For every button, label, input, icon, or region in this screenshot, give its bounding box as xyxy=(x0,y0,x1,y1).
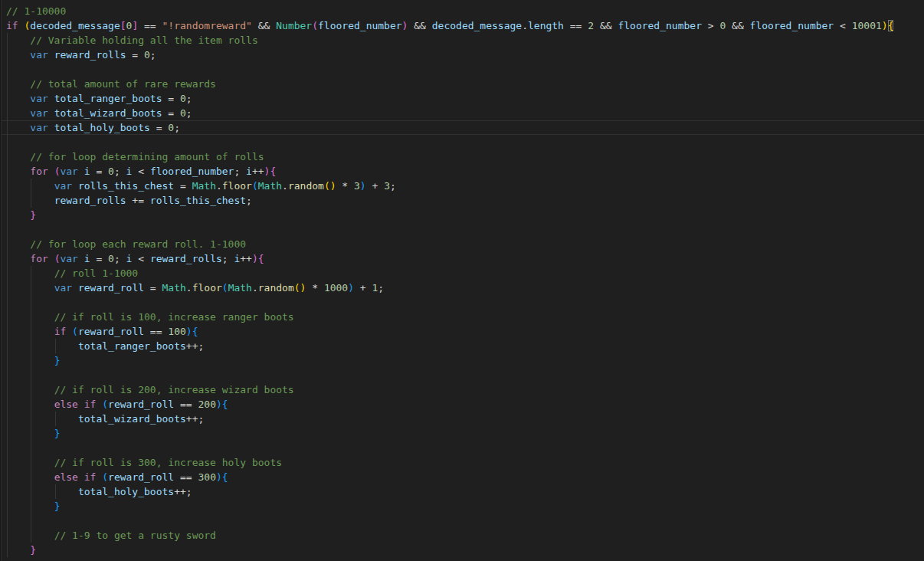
code-token xyxy=(48,122,54,133)
code-token: for xyxy=(30,253,48,264)
code-line-32: // if roll is 300, increase holy boots xyxy=(0,455,924,470)
indent-guide xyxy=(7,179,8,193)
code-token: rolls_this_chest xyxy=(150,195,246,206)
indent-guide xyxy=(7,368,8,382)
code-token: decoded_message xyxy=(30,20,120,31)
code-line-35: } xyxy=(0,499,924,513)
code-token: Math xyxy=(228,282,252,294)
code-line-34: total_holy_boots++; xyxy=(0,484,924,499)
code-token: ) xyxy=(360,180,366,192)
indent-guide xyxy=(7,149,8,164)
indent-guide xyxy=(31,193,31,208)
code-token: * xyxy=(336,180,354,192)
code-token: 0 xyxy=(108,253,114,264)
code-token: = xyxy=(174,180,192,192)
code-token xyxy=(78,166,84,177)
indent-guide xyxy=(7,499,8,513)
indent-guide xyxy=(31,353,31,368)
indent-guide xyxy=(31,455,31,470)
code-token: // if roll is 300, increase holy boots xyxy=(54,457,282,468)
code-token: } xyxy=(54,428,61,439)
code-token: = xyxy=(162,107,180,119)
code-token: var xyxy=(60,253,77,264)
code-token: // for loop determining amount of rolls xyxy=(30,151,264,162)
code-token: ; xyxy=(114,253,126,264)
code-token: > xyxy=(702,20,719,31)
code-line-21 xyxy=(0,295,924,310)
indent-guide xyxy=(7,426,8,441)
code-token: 3 xyxy=(354,180,360,192)
code-token: < xyxy=(834,20,851,31)
code-token xyxy=(6,209,30,221)
code-token: var xyxy=(30,93,48,104)
code-line-6: // total amount of rare rewards xyxy=(0,77,924,91)
code-token: var xyxy=(30,107,48,119)
code-token: ; xyxy=(174,122,180,133)
code-token: floored_number xyxy=(618,20,702,31)
code-token: if xyxy=(84,471,97,483)
code-token: // total amount of rare rewards xyxy=(30,78,216,90)
code-token: && xyxy=(726,20,749,31)
code-token: == xyxy=(174,471,198,483)
code-token: = xyxy=(162,93,180,104)
code-token: Math xyxy=(258,180,282,192)
code-token: } xyxy=(54,355,61,366)
code-token: floored_number xyxy=(750,20,834,31)
code-token: += xyxy=(126,195,150,206)
code-token: else xyxy=(54,471,78,483)
code-token: { xyxy=(222,471,228,483)
code-editor[interactable]: // 1-10000if (decoded_message[0] == "!ra… xyxy=(0,0,924,561)
indent-guide xyxy=(31,513,31,528)
code-token: } xyxy=(54,500,61,512)
indent-guide xyxy=(31,397,31,412)
code-token: = xyxy=(150,122,168,133)
code-token: "!randomreward" xyxy=(162,20,252,31)
code-token: var xyxy=(60,166,77,177)
code-token: total_wizard_boots xyxy=(78,413,186,425)
code-token: } xyxy=(30,209,36,221)
code-token xyxy=(48,49,54,61)
indent-guide xyxy=(7,208,8,222)
code-token: . xyxy=(186,282,192,294)
code-token: 0 xyxy=(144,49,150,61)
code-token xyxy=(48,93,54,104)
code-token: () xyxy=(294,282,306,294)
code-line-36 xyxy=(0,513,924,528)
code-line-37: // 1-9 to get a rusty sword xyxy=(0,528,924,543)
indent-guide xyxy=(7,397,8,412)
code-token: var xyxy=(30,49,48,61)
code-token: ++; xyxy=(186,340,204,352)
indent-guide xyxy=(31,499,31,513)
indent-guide xyxy=(31,484,31,499)
code-token: // 1-10000 xyxy=(6,5,66,17)
code-token xyxy=(6,238,30,250)
indent-guide xyxy=(55,412,56,426)
code-line-30: } xyxy=(0,426,924,441)
indent-guide xyxy=(31,310,31,324)
code-line-15: } xyxy=(0,208,924,222)
code-line-13: var rolls_this_chest = Math.floor(Math.r… xyxy=(0,179,924,193)
code-token: 0 xyxy=(108,166,114,177)
indent-guide xyxy=(7,339,8,353)
code-line-38: } xyxy=(0,543,924,557)
code-token: // for loop each reward roll. 1-1000 xyxy=(30,238,246,250)
code-token: i xyxy=(246,166,252,177)
code-token: ; xyxy=(186,93,192,104)
code-token xyxy=(6,151,30,162)
code-token xyxy=(48,107,54,119)
code-token: && xyxy=(408,20,431,31)
code-token: floor xyxy=(222,180,252,192)
code-token: ++; xyxy=(186,413,204,425)
code-line-20: var reward_roll = Math.floor(Math.random… xyxy=(0,280,924,295)
code-token xyxy=(6,253,30,264)
code-token xyxy=(6,486,78,497)
indent-guide xyxy=(7,106,8,120)
code-token xyxy=(6,93,30,104)
code-token: total_holy_boots xyxy=(54,122,150,133)
code-token: var xyxy=(54,180,72,192)
code-token: // if roll is 100, increase ranger boots xyxy=(54,311,294,323)
code-token: { xyxy=(888,20,894,31)
code-token: ( xyxy=(222,282,228,294)
code-token: reward_rolls xyxy=(150,253,222,264)
code-token: ; xyxy=(186,107,192,119)
